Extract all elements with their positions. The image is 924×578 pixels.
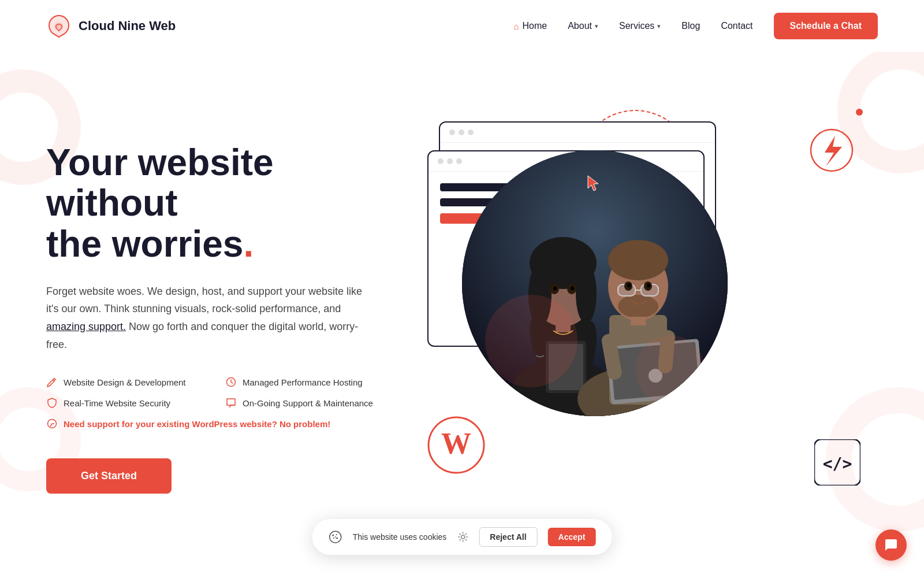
nav-services-label: Services (619, 21, 654, 31)
hero-title: Your website without the worries. (46, 142, 393, 264)
get-started-button[interactable]: Get Started (46, 458, 172, 494)
svg-point-44 (332, 535, 334, 536)
svg-point-34 (627, 284, 631, 288)
cursor-icon-decor (583, 173, 604, 197)
chat-icon (225, 397, 237, 409)
feature-security: Real-Time Website Security (46, 397, 214, 409)
nav-contact[interactable]: Contact (721, 21, 752, 31)
hero-title-dot: . (243, 223, 254, 265)
svg-point-49 (461, 535, 464, 539)
svg-point-22 (618, 295, 658, 318)
logo-icon (46, 13, 72, 39)
dot3 (468, 129, 474, 135)
nav-home[interactable]: ⌂ Home (513, 21, 547, 31)
home-icon: ⌂ (513, 21, 519, 31)
browser-dots-outer (440, 123, 715, 143)
svg-point-16 (553, 287, 557, 291)
logo-area[interactable]: Cloud Nine Web (46, 13, 176, 39)
nav-services[interactable]: Services ▾ (619, 21, 661, 31)
hero-title-line1: Your website without (46, 142, 274, 224)
svg-point-36 (485, 295, 578, 387)
svg-point-45 (336, 534, 337, 535)
svg-point-37 (635, 335, 705, 405)
hero-right: W </> (393, 104, 878, 509)
feature-wordpress-label: Need support for your existing WordPress… (64, 419, 330, 429)
dot4 (438, 158, 444, 164)
feature-wordpress: Need support for your existing WordPress… (46, 418, 393, 429)
nav-contact-label: Contact (721, 21, 752, 31)
feature-support-label: On-Going Support & Maintenance (243, 398, 373, 408)
svg-text:W: W (441, 427, 471, 460)
hero-title-line2: the worries (46, 223, 243, 265)
clock-icon (225, 376, 237, 388)
feature-design-label: Website Design & Development (64, 377, 186, 387)
cookie-message: This website uses cookies (353, 532, 447, 542)
support-chat-icon (46, 418, 58, 429)
amazing-support-link[interactable]: amazing support. (46, 321, 126, 332)
dot5 (447, 158, 453, 164)
chat-bubble-icon (884, 538, 898, 552)
svg-text:</>: </> (823, 454, 852, 473)
pencil-icon (46, 376, 58, 388)
cookie-settings-icon (457, 531, 468, 543)
main-content: Your website without the worries. Forget… (0, 52, 924, 549)
cookie-banner: This website uses cookies Reject All Acc… (312, 519, 612, 555)
hero-left: Your website without the worries. Forget… (46, 119, 393, 494)
svg-point-47 (336, 538, 338, 539)
schedule-chat-button[interactable]: Schedule a Chat (774, 13, 878, 39)
lightning-icon-decor (808, 127, 855, 173)
feature-support: On-Going Support & Maintenance (225, 397, 393, 409)
reject-cookies-button[interactable]: Reject All (479, 527, 537, 547)
feature-hosting: Managed Performance Hosting (225, 376, 393, 388)
svg-point-21 (608, 240, 668, 280)
shield-icon (46, 397, 58, 409)
dot1 (449, 129, 455, 135)
wordpress-logo-decor: W (427, 416, 485, 474)
feature-design: Website Design & Development (46, 376, 214, 388)
svg-point-35 (647, 284, 650, 288)
nav-about-label: About (568, 21, 592, 31)
svg-point-17 (571, 287, 574, 291)
header: Cloud Nine Web ⌂ Home About ▾ Services ▾… (0, 0, 924, 52)
hero-subtitle-text: Forget website woes. We design, host, an… (46, 286, 362, 315)
nav-about[interactable]: About ▾ (568, 21, 598, 31)
feature-hosting-label: Managed Performance Hosting (243, 377, 363, 387)
accept-cookies-button[interactable]: Accept (548, 528, 596, 546)
svg-point-46 (333, 538, 334, 539)
chat-bubble-button[interactable] (875, 529, 907, 561)
dot6 (456, 158, 462, 164)
main-nav: ⌂ Home About ▾ Services ▾ Blog Contact S… (513, 13, 878, 39)
svg-point-8 (576, 264, 597, 324)
features-grid: Website Design & Development Managed Per… (46, 376, 393, 429)
about-chevron-icon: ▾ (595, 23, 598, 30)
nav-blog-label: Blog (681, 21, 700, 31)
red-dot-decor (856, 109, 863, 116)
svg-point-48 (335, 536, 336, 538)
nav-home-label: Home (522, 21, 547, 31)
svg-rect-26 (631, 317, 646, 325)
dot2 (459, 129, 464, 135)
feature-security-label: Real-Time Website Security (64, 398, 170, 408)
hero-subtitle: Forget website woes. We design, host, an… (46, 283, 370, 353)
brand-name: Cloud Nine Web (79, 18, 176, 34)
services-chevron-icon: ▾ (657, 23, 661, 30)
nav-blog[interactable]: Blog (681, 21, 700, 31)
cookie-icon (329, 530, 342, 544)
code-icon-decor: </> (814, 439, 860, 486)
